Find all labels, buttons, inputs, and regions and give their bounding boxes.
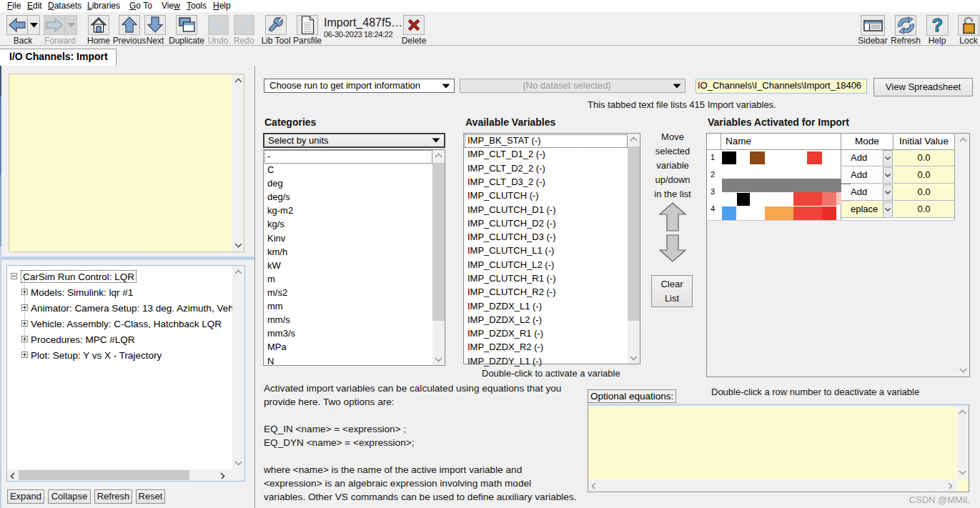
svg-text:?: ? [932, 15, 943, 35]
